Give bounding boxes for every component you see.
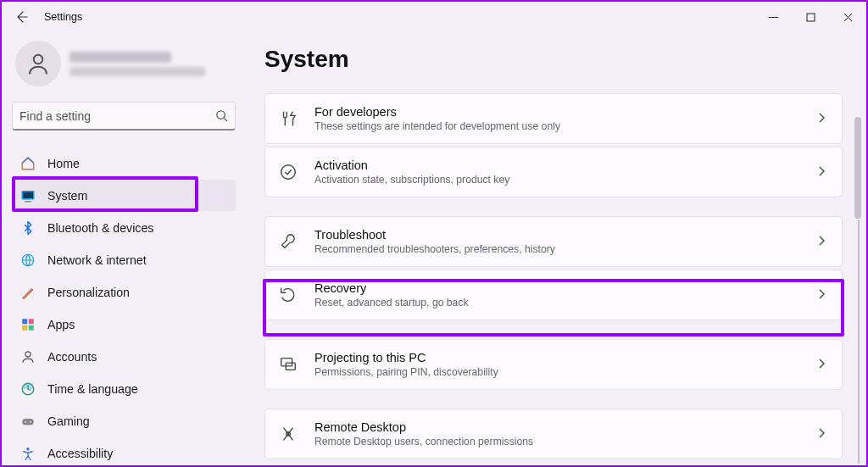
svg-point-16 xyxy=(26,448,29,450)
network-icon xyxy=(20,253,36,268)
nav-label: Time & language xyxy=(47,382,138,396)
nav-label: Personalization xyxy=(47,286,130,299)
personalization-icon xyxy=(20,285,36,300)
card-title: For developers xyxy=(314,105,560,119)
back-arrow-icon xyxy=(14,10,28,24)
card-sub: Remote Desktop users, connection permiss… xyxy=(314,436,533,448)
card-remote-desktop[interactable]: Remote DesktopRemote Desktop users, conn… xyxy=(264,409,843,459)
maximize-button[interactable] xyxy=(792,2,829,32)
chevron-right-icon xyxy=(816,164,826,180)
nav-label: Gaming xyxy=(47,414,90,428)
svg-point-1 xyxy=(34,55,43,64)
card-title: Troubleshoot xyxy=(314,228,555,242)
svg-rect-4 xyxy=(23,192,33,198)
minimize-button[interactable] xyxy=(754,2,792,32)
chevron-right-icon xyxy=(816,111,826,126)
svg-rect-10 xyxy=(29,325,34,330)
card-sub: These settings are intended for developm… xyxy=(314,120,560,132)
nav-label: Accounts xyxy=(47,350,97,364)
nav-label: Apps xyxy=(47,318,75,331)
card-sub: Activation state, subscriptions, product… xyxy=(314,174,509,186)
person-icon xyxy=(25,51,51,76)
svg-rect-7 xyxy=(22,319,27,324)
system-icon xyxy=(20,188,36,203)
svg-rect-0 xyxy=(807,14,815,21)
title-bar: Settings xyxy=(2,2,866,32)
close-button[interactable] xyxy=(829,2,866,32)
card-sub: Permissions, pairing PIN, discoverabilit… xyxy=(314,366,498,378)
settings-cards: For developersThese settings are intende… xyxy=(264,93,843,465)
card-title: Recovery xyxy=(314,281,469,295)
nav-item-apps[interactable]: Apps xyxy=(12,309,236,340)
search-box[interactable] xyxy=(12,102,236,131)
svg-point-2 xyxy=(217,111,225,119)
svg-rect-8 xyxy=(29,319,34,324)
nav-item-personalization[interactable]: Personalization xyxy=(12,276,236,308)
back-button[interactable] xyxy=(7,3,36,31)
card-sub: Reset, advanced startup, go back xyxy=(314,297,469,309)
nav-item-accessibility[interactable]: Accessibility xyxy=(12,437,236,467)
nav-item-gaming[interactable]: Gaming xyxy=(12,405,236,436)
card-sub: Recommended troubleshooters, preferences… xyxy=(314,243,555,255)
svg-rect-18 xyxy=(281,359,292,366)
svg-rect-13 xyxy=(22,419,34,425)
developers-icon xyxy=(279,109,298,128)
recovery-icon xyxy=(279,286,298,304)
nav-item-accounts[interactable]: Accounts xyxy=(12,341,236,372)
card-projecting[interactable]: Projecting to this PCPermissions, pairin… xyxy=(264,339,843,390)
projecting-icon xyxy=(279,355,298,374)
svg-rect-9 xyxy=(22,325,27,330)
home-icon xyxy=(20,156,36,171)
time-icon xyxy=(20,381,36,397)
svg-point-14 xyxy=(25,420,26,422)
profile-text xyxy=(70,52,205,76)
nav-list: Home System Bluetooth & devices Network … xyxy=(12,147,236,467)
nav-label: Network & internet xyxy=(47,253,147,267)
nav-item-time[interactable]: Time & language xyxy=(12,373,236,404)
apps-icon xyxy=(20,317,36,332)
card-title: Activation xyxy=(314,158,509,172)
gaming-icon xyxy=(20,414,36,429)
sidebar: Home System Bluetooth & devices Network … xyxy=(2,32,246,465)
nav-item-bluetooth[interactable]: Bluetooth & devices xyxy=(12,212,236,243)
card-title: Projecting to this PC xyxy=(314,351,498,364)
nav-item-network[interactable]: Network & internet xyxy=(12,244,236,275)
page-title: System xyxy=(264,46,843,73)
profile-section[interactable] xyxy=(12,32,236,102)
close-icon xyxy=(843,13,853,22)
bluetooth-icon xyxy=(20,220,36,236)
chevron-right-icon xyxy=(816,357,826,372)
chevron-right-icon xyxy=(816,234,826,249)
chevron-right-icon xyxy=(816,287,826,303)
nav-item-system[interactable]: System xyxy=(12,180,236,211)
card-troubleshoot[interactable]: TroubleshootRecommended troubleshooters,… xyxy=(264,216,843,267)
nav-label: Bluetooth & devices xyxy=(47,221,153,235)
card-for-developers[interactable]: For developersThese settings are intende… xyxy=(264,93,843,144)
card-activation[interactable]: ActivationActivation state, subscription… xyxy=(264,147,843,197)
svg-point-15 xyxy=(30,420,31,422)
svg-point-17 xyxy=(281,165,296,180)
nav-label: System xyxy=(47,189,87,203)
accounts-icon xyxy=(20,349,36,364)
minimize-icon xyxy=(769,13,778,22)
nav-item-home[interactable]: Home xyxy=(12,147,236,179)
window-title: Settings xyxy=(44,11,82,23)
nav-label: Accessibility xyxy=(47,447,113,460)
nav-label: Home xyxy=(47,157,80,170)
main-panel: System For developersThese settings are … xyxy=(246,32,866,465)
search-input[interactable] xyxy=(19,109,215,123)
chevron-right-icon xyxy=(816,426,826,442)
svg-rect-5 xyxy=(25,201,31,203)
svg-point-11 xyxy=(25,352,31,357)
search-icon xyxy=(215,109,228,122)
accessibility-icon xyxy=(20,446,36,461)
main-scrollbar[interactable] xyxy=(854,117,861,219)
activation-icon xyxy=(279,163,298,181)
avatar xyxy=(15,41,61,86)
remote-desktop-icon xyxy=(279,425,298,443)
troubleshoot-icon xyxy=(279,232,298,251)
maximize-icon xyxy=(806,13,815,22)
card-recovery[interactable]: RecoveryReset, advanced startup, go back xyxy=(264,270,843,320)
card-title: Remote Desktop xyxy=(314,420,533,434)
